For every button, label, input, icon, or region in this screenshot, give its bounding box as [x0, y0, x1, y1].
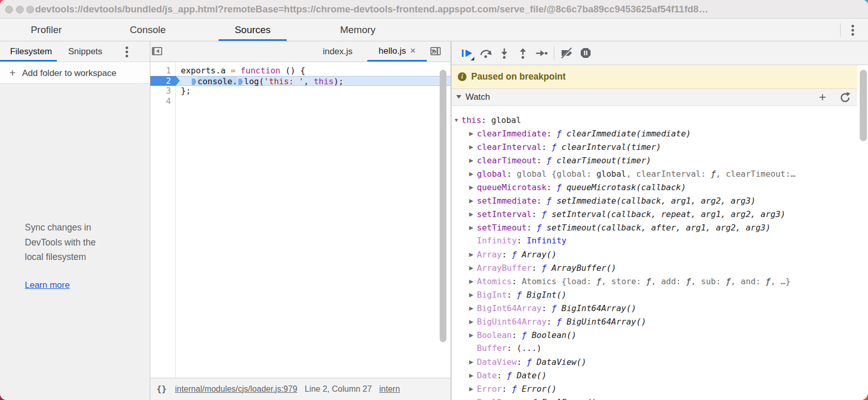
expand-arrow-icon[interactable]: ▶ [469, 167, 477, 180]
zoom-window-button[interactable] [26, 6, 34, 13]
add-watch-expression-icon[interactable]: + [815, 89, 830, 105]
resume-script-execution-button[interactable] [458, 44, 476, 63]
more-tabs-kebab-icon[interactable] [126, 47, 128, 57]
long-press-menu-indicator [471, 57, 474, 60]
watch-tree-row[interactable]: Buffer: (...) [452, 342, 857, 355]
watch-tree-row[interactable]: ▶Array: ƒ Array() [452, 248, 857, 261]
step-over-button[interactable] [476, 44, 495, 63]
colon-separator: : [537, 196, 547, 206]
expand-arrow-icon[interactable]: ▶ [469, 288, 477, 301]
tab-hello-js[interactable]: hello.js × [367, 41, 427, 61]
expand-arrow-icon[interactable]: ▶ [469, 221, 477, 234]
add-folder-to-workspace-button[interactable]: + Add folder to workspace [0, 62, 150, 84]
deactivate-breakpoints-button[interactable] [557, 44, 576, 63]
watch-tree-row[interactable]: ▶ArrayBuffer: ƒ ArrayBuffer() [452, 261, 857, 274]
tab-memory[interactable]: Memory [324, 19, 391, 41]
colon-separator: : [526, 223, 536, 233]
expand-arrow-icon[interactable]: ▶ [469, 207, 477, 221]
devtools-window: devtools://devtools/bundled/js_app.html?… [0, 0, 868, 400]
watch-tree-row[interactable]: ▶global: global {global: global, clearIn… [452, 167, 857, 180]
watch-tree-row[interactable]: ▶DataView: ƒ DataView() [452, 355, 857, 368]
watch-tree-row[interactable]: ▶BigInt: ƒ BigInt() [452, 288, 857, 301]
code-lines[interactable]: exports.a = function () { console.log('t… [176, 62, 451, 378]
pause-on-exceptions-button[interactable] [576, 44, 595, 63]
code-line[interactable]: }; [176, 86, 451, 96]
watch-tree-row[interactable]: ▶queueMicrotask: ƒ queueMicrotask(callba… [452, 180, 857, 194]
execution-line-number[interactable]: 2 [150, 76, 180, 86]
expand-arrow-icon[interactable]: ▶ [469, 261, 477, 274]
property-value: DataView() [537, 357, 586, 367]
watch-tree-row[interactable]: ▶setInterval: ƒ setInterval(callback, re… [452, 207, 857, 221]
property-value: ƒ [547, 196, 556, 206]
watch-tree-row[interactable]: ▶clearImmediate: ƒ clearImmediate(immedi… [452, 127, 857, 140]
line-number[interactable]: 4 [150, 96, 176, 106]
expand-arrow-icon[interactable]: ▶ [469, 301, 477, 315]
step-into-marker-icon[interactable] [238, 79, 243, 85]
learn-more-link[interactable]: Learn more [25, 280, 70, 290]
customize-devtools-kebab-icon[interactable] [851, 25, 854, 36]
line-number[interactable]: 1 [150, 66, 176, 76]
property-value: ƒ [541, 209, 551, 219]
watch-tree-row[interactable]: ▶Error: ƒ Error() [452, 382, 857, 395]
expand-arrow-icon[interactable]: ▶ [469, 368, 477, 382]
tab-console[interactable]: Console [114, 19, 182, 41]
truncated-source-link[interactable]: intern [379, 384, 400, 393]
expand-arrow-icon[interactable]: ▶ [469, 328, 477, 342]
colon-separator: : [547, 317, 556, 327]
editor-scrollbar-thumb[interactable] [440, 70, 446, 342]
step-out-button[interactable] [514, 44, 532, 63]
collapse-arrow-icon[interactable] [456, 95, 461, 99]
tab-index-js[interactable]: index.js [313, 41, 362, 61]
close-window-button[interactable] [5, 6, 13, 13]
code-line[interactable] [176, 96, 451, 106]
watch-tree-row[interactable]: ▶setImmediate: ƒ setImmediate(callback, … [452, 194, 857, 207]
close-tab-icon[interactable]: × [410, 46, 416, 55]
tab-profiler[interactable]: Profiler [17, 19, 76, 41]
expand-arrow-icon[interactable]: ▶ [469, 382, 477, 395]
step-button[interactable] [532, 44, 551, 63]
expand-arrow-icon[interactable]: ▶ [469, 127, 477, 140]
watch-tree-row[interactable]: ▶Atomics: Atomics {load: ƒ, store: ƒ, ad… [452, 274, 857, 288]
expand-arrow-icon[interactable]: ▶ [469, 194, 477, 207]
expand-arrow-icon[interactable]: ▶ [469, 355, 477, 368]
watch-tree-row[interactable]: ▶EvalError: ƒ EvalError() [452, 395, 857, 400]
watch-tree-row[interactable]: ▶BigUint64Array: ƒ BigUint64Array() [452, 315, 857, 328]
source-mapped-file-link[interactable]: internal/modules/cjs/loader.js:979 [175, 384, 298, 393]
property-value: global {global: [517, 169, 596, 179]
collapse-arrow-icon[interactable]: ▼ [454, 113, 461, 127]
pretty-print-icon[interactable]: {} [157, 378, 166, 400]
expand-arrow-icon[interactable]: ▶ [469, 395, 477, 400]
sidebar-scrollbar-thumb[interactable] [860, 70, 867, 141]
expand-arrow-icon[interactable]: ▶ [469, 180, 477, 194]
watch-section-label: Watch [466, 89, 490, 105]
watch-tree-row[interactable]: Infinity: Infinity [452, 234, 857, 248]
expand-arrow-icon[interactable]: ▶ [469, 315, 477, 328]
tab-sources[interactable]: Sources [219, 19, 287, 41]
watch-tree-row[interactable]: ▶BigInt64Array: ƒ BigInt64Array() [452, 301, 857, 315]
tab-snippets[interactable]: Snippets [65, 41, 106, 61]
code-line[interactable]: exports.a = function () { [176, 66, 451, 76]
step-into-button[interactable] [495, 44, 514, 63]
watch-tree-row[interactable]: ▼this: global [452, 113, 857, 127]
watch-tree-row[interactable]: ▶clearTimeout: ƒ clearTimeout(timer) [452, 153, 857, 167]
watch-section-header[interactable]: Watch + [452, 89, 857, 106]
hide-navigator-icon[interactable] [152, 47, 162, 55]
expand-arrow-icon[interactable]: ▶ [469, 248, 477, 261]
expand-arrow-icon[interactable]: ▶ [469, 274, 477, 288]
show-debugger-sidebar-icon[interactable] [430, 47, 441, 55]
watch-tree-row[interactable]: ▶clearInterval: ƒ clearInterval(timer) [452, 140, 857, 153]
line-number[interactable]: 3 [150, 86, 176, 96]
step-into-marker-icon[interactable] [192, 79, 196, 85]
refresh-watch-expressions-icon[interactable] [839, 91, 851, 104]
minimize-window-button[interactable] [16, 6, 24, 13]
watch-tree-row[interactable]: ▶setTimeout: ƒ setTimeout(callback, afte… [452, 221, 857, 234]
cursor-position-label: Line 2, Column 27 [305, 384, 372, 393]
property-value: ƒ [686, 276, 691, 286]
watch-tree-row[interactable]: ▶Boolean: ƒ Boolean() [452, 328, 857, 342]
expand-arrow-icon[interactable]: ▶ [469, 140, 477, 153]
expand-arrow-icon[interactable]: ▶ [469, 153, 477, 167]
code-line[interactable]: console.log('this: ', this); [176, 76, 451, 86]
tab-filesystem[interactable]: Filesystem [5, 41, 57, 61]
watch-tree-row[interactable]: ▶Date: ƒ Date() [452, 368, 857, 382]
code-token: }; [181, 86, 191, 96]
